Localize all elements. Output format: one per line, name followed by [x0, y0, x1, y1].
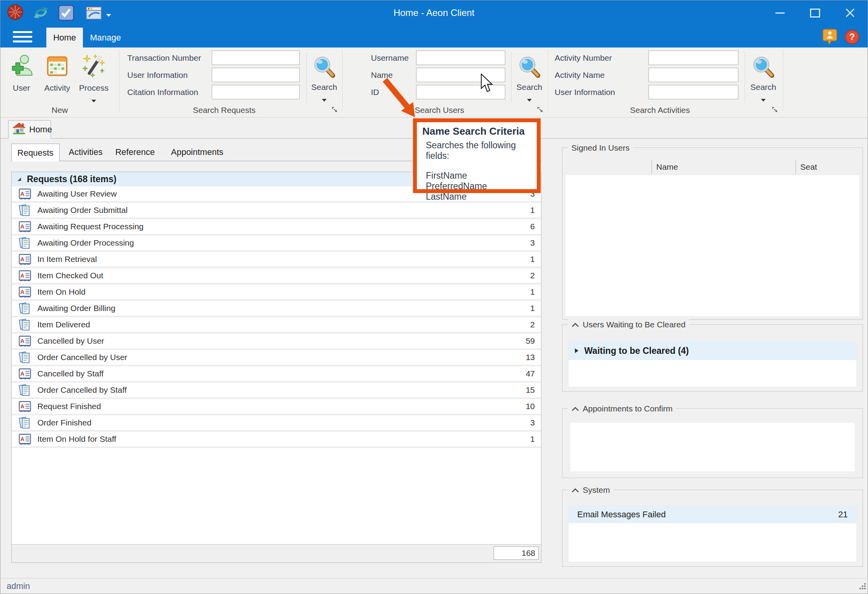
- tab-activities[interactable]: Activities: [64, 144, 107, 161]
- waiting-to-be-cleared-label: Waiting to be Cleared (4): [584, 346, 689, 356]
- transaction-number-label: Transaction Number: [127, 50, 201, 65]
- appointments-list-area[interactable]: [570, 423, 855, 471]
- search-users-launcher-icon[interactable]: [537, 106, 545, 114]
- svg-text:A: A: [20, 223, 25, 229]
- request-queue-row[interactable]: A Awaiting Request Processing 6: [12, 219, 541, 235]
- request-queue-row[interactable]: Order Cancelled by User 13: [12, 350, 541, 366]
- request-queue-row[interactable]: A Cancelled by Staff 47: [12, 366, 541, 383]
- user-information-input[interactable]: [212, 68, 300, 82]
- users-waiting-list-area[interactable]: [569, 360, 856, 387]
- ribbon-tab-home[interactable]: Home: [46, 28, 83, 47]
- queue-count: 59: [526, 336, 537, 346]
- id-input[interactable]: [416, 85, 505, 99]
- activity-user-information-input[interactable]: [648, 85, 738, 99]
- queue-count: 1: [530, 304, 537, 313]
- document-tab-home-label: Home: [29, 125, 52, 135]
- queue-name: Awaiting Order Submittal: [37, 206, 128, 215]
- request-queue-row[interactable]: A Item On Hold 1: [12, 285, 541, 301]
- citation-information-input[interactable]: [212, 85, 300, 99]
- signed-in-users-table-body[interactable]: [566, 175, 859, 316]
- search-requests-button[interactable]: Search: [308, 51, 341, 108]
- search-activities-button[interactable]: Search: [746, 51, 780, 108]
- request-icon: A: [19, 335, 33, 347]
- signed-in-users-box: Signed In Users Name Seat: [562, 148, 863, 320]
- logged-in-user: admin: [7, 581, 30, 591]
- request-queue-row[interactable]: A Cancelled by User 59: [12, 334, 541, 350]
- expand-arrow-icon[interactable]: [574, 346, 579, 356]
- activity-name-input[interactable]: [648, 68, 738, 82]
- request-queue-row[interactable]: Order Cancelled by Staff 15: [12, 383, 541, 399]
- request-queue-row[interactable]: Order Finished 3: [12, 415, 541, 432]
- search-activities-caret-icon[interactable]: [761, 99, 766, 102]
- search-activities-launcher-icon[interactable]: [771, 106, 779, 114]
- queue-name: Cancelled by Staff: [37, 369, 104, 378]
- callout-intro: Searches the following fields:: [426, 140, 537, 161]
- column-header-seat[interactable]: Seat: [800, 159, 817, 175]
- request-icon: A: [19, 270, 33, 282]
- request-icon: A: [19, 433, 33, 445]
- queue-name: Order Finished: [37, 418, 91, 427]
- tab-appointments[interactable]: Appointments: [167, 144, 227, 161]
- request-queue-row[interactable]: A Item On Hold for Staff 1: [12, 432, 541, 448]
- tab-reference[interactable]: Reference: [112, 144, 158, 161]
- callout-field-list: FirstName PreferredName LastName: [426, 170, 537, 202]
- process-dropdown-caret-icon[interactable]: [91, 100, 96, 102]
- request-icon: A: [19, 221, 33, 233]
- search-requests-magnifier-icon: [308, 51, 341, 78]
- request-queue-row[interactable]: Awaiting Order Billing 1: [12, 301, 541, 317]
- group-expanded-icon[interactable]: [16, 174, 22, 185]
- request-queue-row[interactable]: A Request Finished 10: [12, 399, 541, 415]
- queue-count: 47: [526, 369, 537, 378]
- request-queue-row[interactable]: Item Delivered 2: [12, 317, 541, 334]
- order-icon: [19, 318, 33, 331]
- queue-name: Item Checked Out: [37, 271, 103, 280]
- minimize-button[interactable]: [763, 0, 798, 25]
- search-users-button[interactable]: Search: [513, 51, 546, 108]
- signed-in-users-title: Signed In Users: [568, 142, 633, 153]
- requests-empty-area: [12, 448, 541, 544]
- system-list-area[interactable]: [569, 523, 856, 562]
- transaction-number-input[interactable]: [212, 51, 300, 65]
- hamburger-menu-button[interactable]: [13, 31, 32, 45]
- close-button[interactable]: [833, 0, 868, 25]
- waiting-to-be-cleared-group[interactable]: Waiting to be Cleared (4): [569, 341, 856, 360]
- collapse-chevron-icon[interactable]: [571, 404, 579, 413]
- callout-title: Name Search Criteria: [422, 125, 537, 137]
- search-requests-caret-icon[interactable]: [322, 99, 327, 102]
- queue-count: 13: [526, 353, 537, 362]
- collapse-chevron-icon[interactable]: [571, 320, 579, 329]
- name-input[interactable]: [416, 68, 505, 82]
- ribbon-tab-manage-label: Manage: [90, 33, 121, 43]
- new-activity-button[interactable]: Activity: [40, 50, 74, 108]
- request-queue-row[interactable]: Awaiting Order Submittal 1: [12, 203, 541, 219]
- tab-reference-label: Reference: [115, 147, 155, 157]
- resize-grip[interactable]: [859, 582, 866, 592]
- collapse-chevron-icon[interactable]: [571, 485, 579, 495]
- email-messages-failed-row[interactable]: Email Messages Failed 21: [569, 506, 856, 523]
- new-user-button[interactable]: User: [4, 50, 39, 108]
- group-label-search-requests: Search Requests: [119, 105, 329, 116]
- request-queue-row[interactable]: A Item Checked Out 2: [12, 268, 541, 285]
- new-process-button[interactable]: Process: [77, 50, 111, 108]
- queue-name: Order Cancelled by User: [37, 353, 127, 362]
- maximize-button[interactable]: [798, 0, 833, 25]
- queue-name: Awaiting Order Billing: [37, 304, 115, 313]
- document-tab-home[interactable]: Home: [8, 120, 51, 139]
- request-queue-row[interactable]: A In Item Retrieval 1: [12, 252, 541, 268]
- request-queue-row[interactable]: Awaiting Order Processing 3: [12, 235, 541, 252]
- search-users-caret-icon[interactable]: [527, 99, 532, 102]
- appointments-title: Appointments to Confirm: [568, 403, 676, 414]
- column-header-name[interactable]: Name: [656, 159, 678, 175]
- new-activity-icon: [40, 50, 74, 78]
- queue-count: 10: [526, 402, 537, 411]
- help-icon[interactable]: ?: [844, 29, 860, 46]
- ribbon-tab-manage[interactable]: Manage: [83, 28, 128, 47]
- new-process-label: Process: [77, 83, 111, 93]
- email-messages-failed-label: Email Messages Failed: [577, 510, 666, 520]
- group-label-new: New: [0, 105, 119, 116]
- search-requests-launcher-icon[interactable]: [331, 106, 339, 114]
- tab-requests[interactable]: Requests: [11, 144, 60, 162]
- about-badge-icon[interactable]: [822, 29, 837, 47]
- username-input[interactable]: [416, 51, 505, 65]
- activity-number-input[interactable]: [648, 51, 738, 65]
